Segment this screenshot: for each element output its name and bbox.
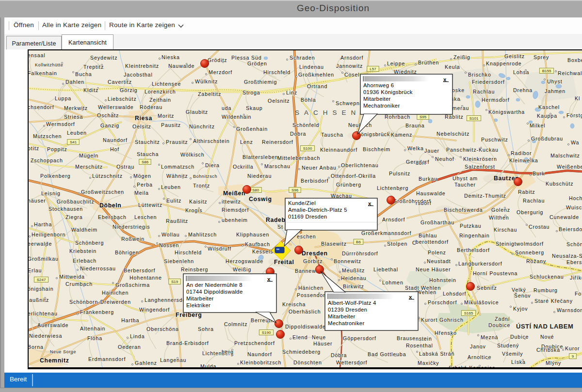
svg-text:Lenz: Lenz	[240, 139, 253, 145]
svg-text:01744 Dippoldiswalde: 01744 Dippoldiswalde	[186, 289, 243, 295]
svg-text:St: St	[277, 224, 283, 230]
svg-text:Crostau: Crostau	[529, 224, 550, 230]
svg-text:Jiříkov: Jiříkov	[570, 275, 582, 281]
svg-text:Naundorf: Naundorf	[103, 137, 128, 143]
svg-text:oske: oske	[452, 87, 465, 93]
svg-text:Keula: Keula	[445, 64, 460, 70]
svg-text:Velký: Velký	[512, 287, 526, 293]
svg-text:berg: berg	[222, 349, 234, 355]
svg-text:Langburkersdorf: Langburkersdorf	[458, 261, 502, 267]
svg-text:Taucher: Taucher	[454, 182, 476, 188]
svg-text:Meißen: Meißen	[223, 190, 245, 197]
svg-text:Bohnitzsch: Bohnitzsch	[193, 174, 217, 179]
svg-text:Meußlitz: Meußlitz	[342, 267, 365, 273]
svg-text:Neuhof: Neuhof	[435, 156, 454, 162]
svg-text:Meila: Meila	[134, 190, 149, 196]
svg-text:Wermsdorf: Wermsdorf	[46, 121, 75, 127]
svg-text:Blattersleben: Blattersleben	[242, 154, 278, 160]
svg-text:Altenhain: Altenhain	[80, 326, 105, 331]
svg-text:Riesa: Riesa	[135, 115, 152, 122]
svg-text:S101: S101	[469, 116, 479, 121]
svg-text:Oelsitz: Oelsitz	[132, 124, 151, 129]
svg-text:Merschütz: Merschütz	[75, 164, 103, 170]
svg-text:Göppersdorf: Göppersdorf	[343, 335, 376, 341]
svg-text:Nauwalde: Nauwalde	[168, 63, 194, 69]
svg-text:nstein: nstein	[416, 336, 432, 342]
svg-text:Milkel: Milkel	[530, 123, 545, 128]
svg-text:Mitarbeiter: Mitarbeiter	[363, 96, 391, 102]
svg-text:Hirschfeld: Hirschfeld	[263, 69, 291, 75]
svg-text:Knappenrode: Knappenrode	[486, 61, 522, 66]
svg-text:Schraden: Schraden	[290, 55, 315, 61]
svg-text:Linda: Linda	[130, 333, 145, 339]
svg-text:Neusalza-S: Neusalza-S	[552, 253, 582, 259]
svg-text:Staré Křečany: Staré Křečany	[534, 298, 573, 304]
svg-text:Kleinwelka: Kleinwelka	[509, 157, 538, 163]
svg-text:uda: uda	[222, 105, 231, 111]
svg-text:ptitz: ptitz	[29, 145, 39, 151]
svg-text:rsdorf: rsdorf	[416, 200, 431, 206]
svg-text:Prausitz: Prausitz	[166, 139, 188, 145]
svg-text:Dubice: Dubice	[510, 334, 529, 340]
svg-text:Tauscha: Tauscha	[321, 132, 343, 138]
svg-text:Reichwalde: Reichwalde	[558, 70, 582, 76]
svg-text:Fol: Fol	[575, 291, 582, 297]
svg-text:Lüttewitz: Lüttewitz	[138, 202, 162, 208]
svg-text:S100: S100	[303, 146, 312, 151]
svg-text:Trontz: Trontz	[193, 183, 210, 188]
svg-text:Steinigtwolmsdorf: Steinigtwolmsdorf	[496, 241, 544, 247]
svg-text:Poppitz: Poppitz	[47, 146, 67, 152]
svg-text:Ebersbach: Ebersbach	[98, 214, 127, 220]
svg-text:Bucha: Bucha	[75, 71, 92, 77]
svg-text:Kuror: Kuror	[565, 345, 580, 351]
svg-text:Böhrigen: Böhrigen	[115, 250, 139, 255]
svg-text:Großthiemig: Großthiemig	[244, 79, 277, 85]
svg-text:Leisnig: Leisnig	[41, 190, 61, 196]
svg-text:Staucha: Staucha	[137, 151, 159, 157]
svg-text:Riemsdorf: Riemsdorf	[222, 207, 249, 213]
svg-text:Bad Gottleuba: Bad Gottleuba	[368, 351, 406, 357]
svg-text:Kaschel: Kaschel	[538, 104, 560, 110]
svg-text:Labská Stráň: Labská Stráň	[419, 351, 454, 357]
svg-text:Blasewitz: Blasewitz	[321, 241, 347, 247]
svg-text:Kaufbach: Kaufbach	[245, 241, 270, 247]
svg-text:Amalie-Dietrich-Platz 5: Amalie-Dietrich-Platz 5	[288, 207, 347, 213]
svg-text:Förstgen: Förstgen	[566, 112, 582, 118]
svg-text:Boxberg: Boxberg	[567, 57, 582, 63]
svg-text:Lützschnitz: Lützschnitz	[92, 173, 123, 179]
svg-text:Weißig: Weißig	[233, 267, 251, 272]
svg-text:Großmilkau: Großmilkau	[29, 256, 59, 262]
svg-text:Berbersdorf: Berbersdorf	[124, 267, 155, 273]
svg-text:Kunde/Ziel: Kunde/Ziel	[288, 200, 316, 206]
svg-text:Wähnitz: Wähnitz	[166, 173, 188, 179]
svg-text:Dahlen: Dahlen	[65, 79, 84, 85]
svg-text:Uhyst am: Uhyst am	[453, 175, 478, 181]
svg-text:Röderau: Röderau	[140, 104, 162, 110]
svg-text:Hřensko: Hřensko	[435, 330, 457, 336]
svg-text:häuser: häuser	[29, 198, 46, 204]
svg-text:Ahornweg 6: Ahornweg 6	[363, 82, 394, 88]
svg-text:Ziegra: Ziegra	[65, 214, 82, 220]
svg-text:S190: S190	[262, 330, 271, 335]
svg-text:SACHSEN: SACHSEN	[295, 109, 360, 116]
svg-text:Crumbach: Crumbach	[65, 281, 93, 287]
svg-text:Wiednitz: Wiednitz	[394, 69, 417, 75]
svg-text:Drehna: Drehna	[513, 87, 533, 93]
svg-text:Colmnitz: Colmnitz	[224, 321, 247, 327]
svg-text:Großdubrau: Großdubrau	[531, 136, 563, 141]
svg-text:Großweitzschen: Großweitzschen	[81, 189, 124, 195]
svg-text:Lohmen: Lohmen	[382, 280, 404, 285]
svg-text:Schönbach: Schönbach	[566, 241, 582, 247]
svg-text:Rachlau: Rachlau	[523, 198, 545, 204]
svg-text:Königswartha: Königswartha	[488, 109, 525, 115]
svg-text:Ganzig: Ganzig	[100, 123, 119, 128]
svg-text:Kreischa: Kreischa	[282, 301, 306, 307]
svg-text:Dobra: Dobra	[290, 131, 306, 137]
svg-text:Sebnitz: Sebnitz	[477, 285, 497, 291]
svg-text:berottendorf: berottendorf	[416, 239, 449, 245]
svg-text:Studený: Studený	[497, 343, 519, 348]
svg-text:Döbra: Döbra	[331, 352, 347, 358]
svg-text:Lichtenberg: Lichtenberg	[377, 185, 408, 191]
svg-text:Hartha: Hartha	[34, 221, 52, 227]
svg-text:Oberschöna: Oberschöna	[146, 326, 179, 332]
